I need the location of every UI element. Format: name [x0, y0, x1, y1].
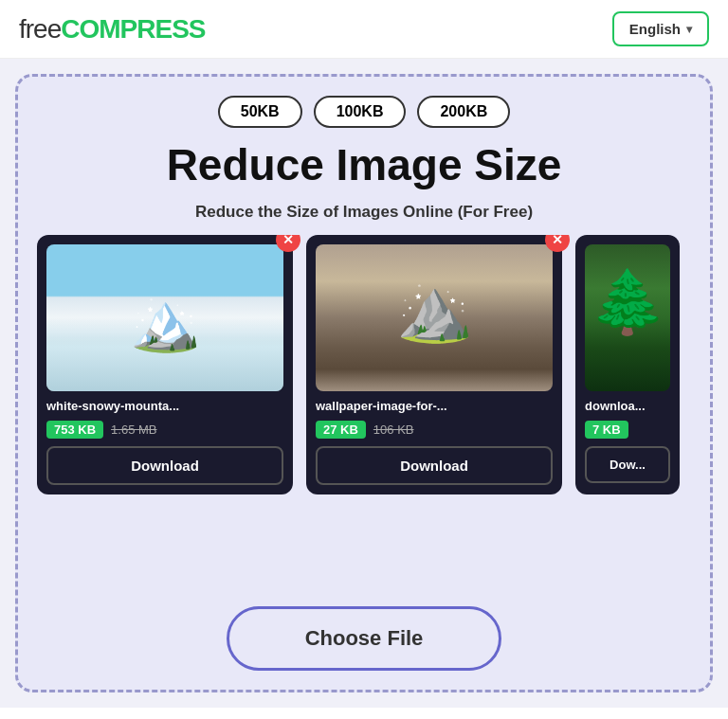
- download-button-2[interactable]: Download: [316, 446, 553, 485]
- card-image-1: [46, 244, 283, 391]
- close-button-1[interactable]: ✕: [276, 235, 300, 252]
- image-cards-row: ✕ white-snowy-mounta... 753 KB 1.65 MB D…: [37, 235, 691, 494]
- size-pill[interactable]: 100KB: [314, 96, 407, 128]
- compressed-size-badge-3: 7 KB: [585, 421, 628, 439]
- chevron-down-icon: ▾: [686, 23, 692, 36]
- page-subtitle: Reduce the Size of Images Online (For Fr…: [195, 203, 533, 222]
- close-icon-1: ✕: [282, 235, 294, 247]
- choose-file-button[interactable]: Choose File: [227, 606, 502, 671]
- compressed-size-badge-1: 753 KB: [46, 421, 103, 439]
- close-button-2[interactable]: ✕: [545, 235, 570, 252]
- size-pills-row: 50KB100KB200KB: [218, 96, 511, 128]
- card-size-row-2: 27 KB 106 KB: [316, 421, 553, 439]
- size-pill[interactable]: 50KB: [218, 96, 302, 128]
- main-area: 50KB100KB200KB Reduce Image Size Reduce …: [0, 59, 728, 708]
- logo-compress-text: COMPRESS: [61, 14, 205, 44]
- original-size-2: 106 KB: [373, 422, 414, 437]
- card-filename-1: white-snowy-mounta...: [46, 399, 283, 413]
- close-icon-2: ✕: [552, 235, 563, 247]
- image-card-3-partial: downloa... 7 KB Dow...: [575, 235, 680, 494]
- image-card-2: ✕ wallpaper-image-for-... 27 KB 106 KB D…: [306, 235, 562, 494]
- card-image-3: [585, 244, 670, 391]
- card-size-row-3: 7 KB: [585, 421, 670, 439]
- image-card-1: ✕ white-snowy-mounta... 753 KB 1.65 MB D…: [37, 235, 293, 494]
- card-image-2: [316, 244, 553, 391]
- card-size-row-1: 753 KB 1.65 MB: [46, 421, 283, 439]
- page-title: Reduce Image Size: [167, 141, 562, 189]
- upload-container: 50KB100KB200KB Reduce Image Size Reduce …: [15, 74, 713, 692]
- logo: freeCOMPRESS: [19, 14, 206, 45]
- compressed-size-badge-2: 27 KB: [316, 421, 366, 439]
- download-button-3[interactable]: Dow...: [585, 446, 670, 483]
- card-filename-2: wallpaper-image-for-...: [316, 399, 553, 413]
- card-filename-3: downloa...: [585, 399, 670, 413]
- download-button-1[interactable]: Download: [46, 446, 283, 485]
- language-label: English: [629, 21, 681, 37]
- original-size-1: 1.65 MB: [111, 422, 156, 437]
- header: freeCOMPRESS English ▾: [0, 0, 728, 59]
- size-pill[interactable]: 200KB: [417, 96, 510, 128]
- logo-free-text: free: [19, 14, 61, 44]
- language-selector[interactable]: English ▾: [612, 11, 709, 46]
